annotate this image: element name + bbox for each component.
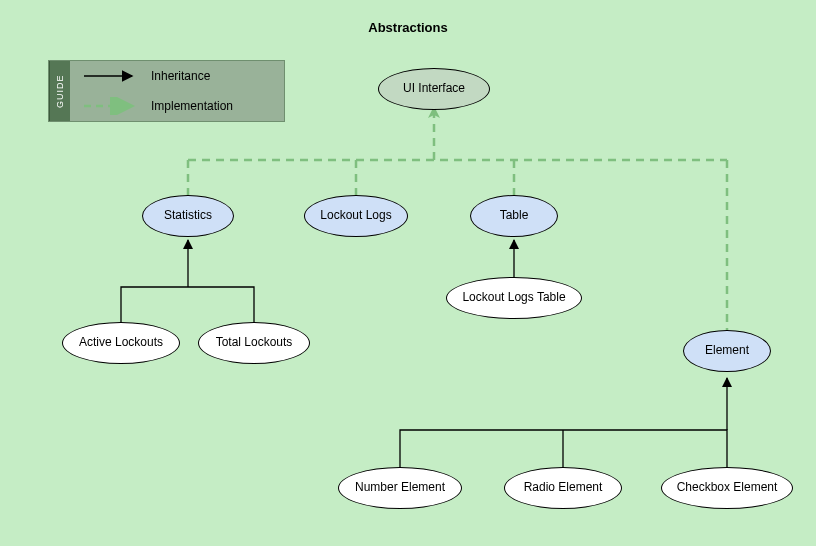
legend-row-inheritance: Inheritance bbox=[70, 61, 284, 91]
node-active-lockouts: Active Lockouts bbox=[62, 322, 180, 364]
node-element: Element bbox=[683, 330, 771, 372]
legend: GUIDE Inheritance bbox=[48, 60, 285, 122]
node-statistics: Statistics bbox=[142, 195, 234, 237]
node-number-element: Number Element bbox=[338, 467, 462, 509]
legend-tab: GUIDE bbox=[49, 61, 70, 121]
node-table: Table bbox=[470, 195, 558, 237]
arrow-solid-icon bbox=[82, 67, 137, 85]
node-total-lockouts: Total Lockouts bbox=[198, 322, 310, 364]
node-lockout-logs-table: Lockout Logs Table bbox=[446, 277, 582, 319]
legend-row-implementation: Implementation bbox=[70, 91, 284, 121]
node-lockout-logs: Lockout Logs bbox=[304, 195, 408, 237]
node-checkbox-element: Checkbox Element bbox=[661, 467, 793, 509]
node-radio-element: Radio Element bbox=[504, 467, 622, 509]
arrow-dashed-icon bbox=[82, 97, 137, 115]
diagram-title: Abstractions bbox=[0, 0, 816, 35]
node-ui-interface: UI Interface bbox=[378, 68, 490, 110]
legend-label: Implementation bbox=[151, 99, 233, 113]
legend-label: Inheritance bbox=[151, 69, 210, 83]
